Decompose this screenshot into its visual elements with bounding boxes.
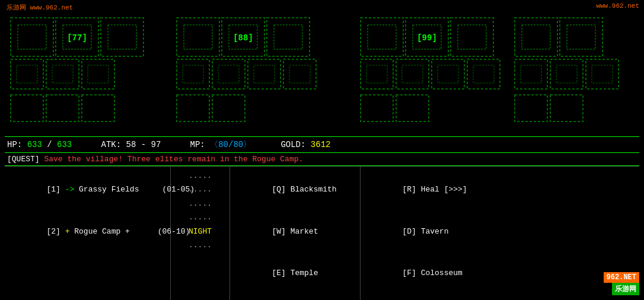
action-temple[interactable]: [E] Temple (235, 252, 355, 293)
atk-label: ATK: (101, 140, 122, 149)
atk-value: 58 - 97 (126, 140, 161, 149)
action-heal[interactable]: [R] Heal [>>>] (365, 169, 474, 210)
svg-rect-35 (361, 59, 393, 89)
svg-rect-55 (82, 95, 114, 122)
location-blank-2 (9, 266, 165, 280)
mp-value: 〈80/80〉 (210, 139, 251, 150)
dots-1: ..... (176, 169, 225, 183)
dots-2: ..... (176, 183, 225, 196)
svg-rect-11 (101, 18, 144, 56)
menu-area: [1] -> Grassy Fields (01-05) [2] + Rogue… (5, 166, 639, 300)
menu-locations: [1] -> Grassy Fields (01-05) [2] + Rogue… (5, 167, 171, 300)
svg-text:[77]: [77] (67, 33, 87, 43)
svg-rect-38 (402, 65, 423, 83)
svg-rect-26 (283, 59, 316, 89)
svg-rect-48 (521, 65, 541, 83)
svg-rect-21 (183, 65, 203, 83)
action-market[interactable]: [W] Market (235, 210, 355, 252)
svg-rect-0 (11, 18, 53, 56)
svg-rect-57 (212, 95, 245, 122)
hp-max: 633 (57, 140, 72, 149)
menu-dots-col: ..... ..... ..... ..... NIGHT ..... (171, 167, 230, 300)
svg-rect-14 (184, 25, 212, 49)
stats-sep1 (79, 140, 94, 149)
watermark-bottom-right: 962.NET 乐游网 (604, 272, 639, 295)
quest-bar: [QUEST] Save the village! Three elites r… (5, 152, 639, 166)
svg-rect-29 (368, 25, 396, 49)
hp-current: 633 (27, 140, 42, 149)
hp-separator: / (42, 140, 57, 149)
svg-rect-61 (550, 95, 583, 122)
svg-rect-44 (522, 25, 550, 49)
svg-rect-13 (177, 18, 219, 56)
watermark-br-line1: 962.NET (604, 272, 639, 283)
quest-text: Save the village! Three elites remain in… (40, 155, 304, 164)
watermark-br-line2: 乐游网 (612, 283, 639, 295)
svg-rect-40 (438, 65, 458, 83)
svg-rect-22 (212, 59, 245, 89)
svg-rect-46 (567, 25, 595, 49)
svg-rect-27 (289, 65, 310, 83)
svg-rect-19 (274, 25, 302, 49)
map-container: [77] [88] (5, 12, 639, 136)
quest-label: QUEST (12, 155, 35, 164)
svg-rect-25 (254, 65, 275, 83)
svg-rect-23 (218, 65, 239, 83)
svg-rect-12 (108, 25, 136, 49)
svg-rect-10 (88, 65, 109, 83)
quest-bracket-close: ] (35, 155, 40, 164)
location-1[interactable]: [1] -> Grassy Fields (01-05) (9, 169, 165, 210)
dots-3: ..... (176, 197, 225, 210)
svg-rect-28 (361, 18, 403, 56)
svg-rect-60 (515, 95, 547, 122)
action-colosseum[interactable]: [F] Colosseum (365, 252, 474, 293)
svg-rect-53 (11, 95, 43, 122)
svg-rect-18 (267, 18, 310, 56)
svg-rect-1 (18, 25, 46, 49)
menu-actions-right: [R] Heal [>>>] [D] Tavern [F] Colosseum … (361, 167, 479, 300)
game-area: [77] [88] (5, 12, 639, 295)
svg-rect-36 (366, 65, 387, 83)
quest-bracket-open: [ (7, 155, 12, 164)
stats-sep2 (168, 140, 183, 149)
svg-rect-50 (556, 65, 577, 83)
svg-rect-5 (11, 59, 43, 89)
svg-rect-9 (82, 59, 114, 89)
svg-rect-37 (396, 59, 429, 89)
action-tavern[interactable]: [D] Tavern (365, 210, 474, 252)
watermark-top-right: www.962.net (596, 2, 639, 9)
svg-rect-43 (515, 18, 557, 56)
stats-sep3 (259, 140, 273, 149)
svg-rect-56 (177, 95, 209, 122)
action-blacksmith[interactable]: [Q] Blacksmith (235, 169, 355, 210)
svg-rect-47 (515, 59, 547, 89)
svg-rect-39 (432, 59, 464, 89)
svg-rect-34 (458, 25, 486, 49)
dots-5: ..... (176, 238, 225, 252)
svg-rect-6 (17, 65, 37, 83)
svg-rect-20 (177, 59, 209, 89)
night-indicator: NIGHT (176, 225, 225, 238)
gold-value: 3612 (311, 140, 331, 149)
svg-rect-45 (560, 18, 602, 56)
svg-rect-7 (46, 59, 79, 89)
svg-rect-41 (467, 59, 500, 89)
svg-rect-33 (451, 18, 493, 56)
location-2[interactable]: [2] + Rogue Camp + (06-10) (9, 210, 165, 252)
gold-label: GOLD: (280, 140, 305, 149)
svg-rect-59 (396, 95, 429, 122)
action-spacer: -------------- (365, 294, 474, 300)
svg-text:[88]: [88] (233, 33, 253, 43)
svg-text:[99]: [99] (417, 33, 437, 43)
location-blank-1 (9, 252, 165, 266)
svg-rect-49 (550, 59, 583, 89)
dots-4: ..... (176, 210, 225, 224)
mp-label: MP: (190, 140, 205, 149)
action-library[interactable]: [Z] Library (235, 294, 355, 300)
map-svg: [77] [88] (5, 12, 639, 136)
svg-rect-54 (46, 95, 79, 122)
svg-rect-42 (473, 65, 494, 83)
hp-label: HP: (7, 140, 22, 149)
watermark-top-left: 乐游网 www.962.net (5, 2, 75, 12)
svg-rect-52 (592, 65, 613, 83)
